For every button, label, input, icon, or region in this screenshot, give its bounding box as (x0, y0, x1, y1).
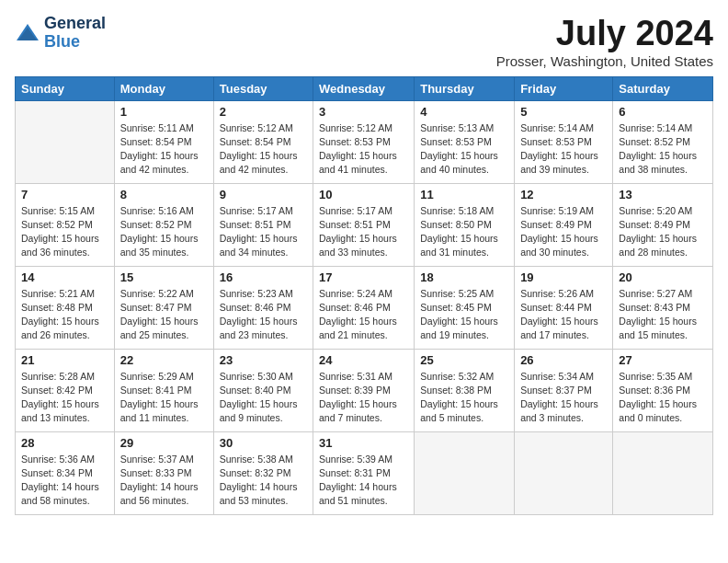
calendar-cell: 21Sunrise: 5:28 AM Sunset: 8:42 PM Dayli… (16, 349, 115, 431)
calendar-cell: 30Sunrise: 5:38 AM Sunset: 8:32 PM Dayli… (213, 431, 313, 514)
day-info: Sunrise: 5:32 AM Sunset: 8:38 PM Dayligh… (420, 370, 508, 426)
calendar-cell: 23Sunrise: 5:30 AM Sunset: 8:40 PM Dayli… (213, 349, 313, 431)
day-info: Sunrise: 5:29 AM Sunset: 8:41 PM Dayligh… (120, 370, 208, 426)
logo-text: General Blue (44, 15, 106, 52)
day-number: 20 (619, 270, 707, 284)
calendar-cell: 4Sunrise: 5:13 AM Sunset: 8:53 PM Daylig… (415, 100, 515, 183)
calendar-cell: 15Sunrise: 5:22 AM Sunset: 8:47 PM Dayli… (114, 266, 213, 349)
day-number: 19 (520, 270, 607, 284)
logo-general: General (44, 15, 106, 33)
month-title: July 2024 (496, 15, 713, 53)
day-info: Sunrise: 5:18 AM Sunset: 8:50 PM Dayligh… (420, 204, 508, 260)
calendar-cell: 6Sunrise: 5:14 AM Sunset: 8:52 PM Daylig… (613, 100, 713, 183)
day-info: Sunrise: 5:19 AM Sunset: 8:49 PM Dayligh… (520, 204, 607, 260)
calendar-cell: 12Sunrise: 5:19 AM Sunset: 8:49 PM Dayli… (515, 183, 613, 266)
day-info: Sunrise: 5:22 AM Sunset: 8:47 PM Dayligh… (120, 287, 208, 343)
day-number: 4 (420, 105, 508, 119)
day-number: 18 (420, 270, 508, 284)
calendar-cell: 2Sunrise: 5:12 AM Sunset: 8:54 PM Daylig… (213, 100, 313, 183)
title-section: July 2024 Prosser, Washington, United St… (496, 15, 713, 69)
day-info: Sunrise: 5:37 AM Sunset: 8:33 PM Dayligh… (120, 453, 208, 509)
day-info: Sunrise: 5:14 AM Sunset: 8:52 PM Dayligh… (619, 121, 707, 178)
day-number: 25 (420, 353, 508, 367)
day-number: 14 (21, 270, 108, 284)
calendar-cell: 17Sunrise: 5:24 AM Sunset: 8:46 PM Dayli… (313, 266, 415, 349)
day-number: 6 (619, 105, 707, 119)
calendar-cell: 25Sunrise: 5:32 AM Sunset: 8:38 PM Dayli… (415, 349, 515, 431)
day-of-week-header: Friday (515, 76, 613, 100)
day-number: 29 (120, 436, 208, 450)
calendar-cell: 28Sunrise: 5:36 AM Sunset: 8:34 PM Dayli… (16, 431, 115, 514)
day-info: Sunrise: 5:34 AM Sunset: 8:37 PM Dayligh… (520, 370, 607, 426)
day-info: Sunrise: 5:13 AM Sunset: 8:53 PM Dayligh… (420, 121, 508, 178)
day-of-week-header: Tuesday (213, 76, 313, 100)
day-info: Sunrise: 5:14 AM Sunset: 8:53 PM Dayligh… (520, 121, 607, 178)
day-of-week-header: Monday (114, 76, 213, 100)
calendar-week-row: 1Sunrise: 5:11 AM Sunset: 8:54 PM Daylig… (16, 100, 713, 183)
calendar-cell (16, 100, 115, 183)
calendar-cell: 7Sunrise: 5:15 AM Sunset: 8:52 PM Daylig… (16, 183, 115, 266)
calendar-cell: 20Sunrise: 5:27 AM Sunset: 8:43 PM Dayli… (613, 266, 713, 349)
day-info: Sunrise: 5:11 AM Sunset: 8:54 PM Dayligh… (120, 121, 208, 178)
day-number: 9 (220, 188, 307, 201)
day-number: 24 (319, 353, 408, 367)
calendar-week-row: 21Sunrise: 5:28 AM Sunset: 8:42 PM Dayli… (16, 349, 713, 431)
day-info: Sunrise: 5:15 AM Sunset: 8:52 PM Dayligh… (21, 204, 108, 260)
day-info: Sunrise: 5:36 AM Sunset: 8:34 PM Dayligh… (21, 453, 108, 509)
calendar-cell: 26Sunrise: 5:34 AM Sunset: 8:37 PM Dayli… (515, 349, 613, 431)
day-info: Sunrise: 5:38 AM Sunset: 8:32 PM Dayligh… (220, 453, 307, 509)
calendar-cell: 9Sunrise: 5:17 AM Sunset: 8:51 PM Daylig… (213, 183, 313, 266)
day-number: 13 (619, 188, 707, 201)
day-info: Sunrise: 5:35 AM Sunset: 8:36 PM Dayligh… (619, 370, 707, 426)
day-info: Sunrise: 5:16 AM Sunset: 8:52 PM Dayligh… (120, 204, 208, 260)
day-number: 2 (220, 105, 307, 119)
calendar-cell: 5Sunrise: 5:14 AM Sunset: 8:53 PM Daylig… (515, 100, 613, 183)
calendar-cell: 29Sunrise: 5:37 AM Sunset: 8:33 PM Dayli… (114, 431, 213, 514)
calendar-cell: 27Sunrise: 5:35 AM Sunset: 8:36 PM Dayli… (613, 349, 713, 431)
day-info: Sunrise: 5:31 AM Sunset: 8:39 PM Dayligh… (319, 370, 408, 426)
calendar-cell: 18Sunrise: 5:25 AM Sunset: 8:45 PM Dayli… (415, 266, 515, 349)
day-number: 31 (319, 436, 408, 450)
calendar-cell: 10Sunrise: 5:17 AM Sunset: 8:51 PM Dayli… (313, 183, 415, 266)
calendar-cell (613, 431, 713, 514)
day-of-week-header: Saturday (613, 76, 713, 100)
day-info: Sunrise: 5:17 AM Sunset: 8:51 PM Dayligh… (220, 204, 307, 260)
calendar-week-row: 28Sunrise: 5:36 AM Sunset: 8:34 PM Dayli… (16, 431, 713, 514)
day-info: Sunrise: 5:23 AM Sunset: 8:46 PM Dayligh… (220, 287, 307, 343)
day-of-week-header: Sunday (16, 76, 115, 100)
page-header: General Blue July 2024 Prosser, Washingt… (15, 15, 713, 69)
calendar-header-row: SundayMondayTuesdayWednesdayThursdayFrid… (16, 76, 713, 100)
day-number: 12 (520, 188, 607, 201)
day-number: 5 (520, 105, 607, 119)
day-of-week-header: Wednesday (313, 76, 415, 100)
logo-blue: Blue (44, 33, 106, 52)
day-info: Sunrise: 5:12 AM Sunset: 8:54 PM Dayligh… (220, 121, 307, 178)
calendar-cell (515, 431, 613, 514)
day-info: Sunrise: 5:27 AM Sunset: 8:43 PM Dayligh… (619, 287, 707, 343)
day-info: Sunrise: 5:12 AM Sunset: 8:53 PM Dayligh… (319, 121, 408, 178)
day-info: Sunrise: 5:25 AM Sunset: 8:45 PM Dayligh… (420, 287, 508, 343)
calendar-cell: 31Sunrise: 5:39 AM Sunset: 8:31 PM Dayli… (313, 431, 415, 514)
calendar-cell: 22Sunrise: 5:29 AM Sunset: 8:41 PM Dayli… (114, 349, 213, 431)
day-info: Sunrise: 5:24 AM Sunset: 8:46 PM Dayligh… (319, 287, 408, 343)
day-info: Sunrise: 5:28 AM Sunset: 8:42 PM Dayligh… (21, 370, 108, 426)
day-number: 21 (21, 353, 108, 367)
day-number: 23 (220, 353, 307, 367)
calendar-cell: 8Sunrise: 5:16 AM Sunset: 8:52 PM Daylig… (114, 183, 213, 266)
calendar-cell: 11Sunrise: 5:18 AM Sunset: 8:50 PM Dayli… (415, 183, 515, 266)
day-number: 11 (420, 188, 508, 201)
day-number: 26 (520, 353, 607, 367)
day-number: 3 (319, 105, 408, 119)
day-number: 30 (220, 436, 307, 450)
calendar-week-row: 14Sunrise: 5:21 AM Sunset: 8:48 PM Dayli… (16, 266, 713, 349)
calendar-cell (415, 431, 515, 514)
calendar-cell: 24Sunrise: 5:31 AM Sunset: 8:39 PM Dayli… (313, 349, 415, 431)
day-of-week-header: Thursday (415, 76, 515, 100)
day-number: 28 (21, 436, 108, 450)
day-info: Sunrise: 5:17 AM Sunset: 8:51 PM Dayligh… (319, 204, 408, 260)
calendar-cell: 14Sunrise: 5:21 AM Sunset: 8:48 PM Dayli… (16, 266, 115, 349)
day-number: 17 (319, 270, 408, 284)
calendar-table: SundayMondayTuesdayWednesdayThursdayFrid… (15, 76, 713, 515)
day-info: Sunrise: 5:20 AM Sunset: 8:49 PM Dayligh… (619, 204, 707, 260)
logo-icon (15, 20, 40, 46)
